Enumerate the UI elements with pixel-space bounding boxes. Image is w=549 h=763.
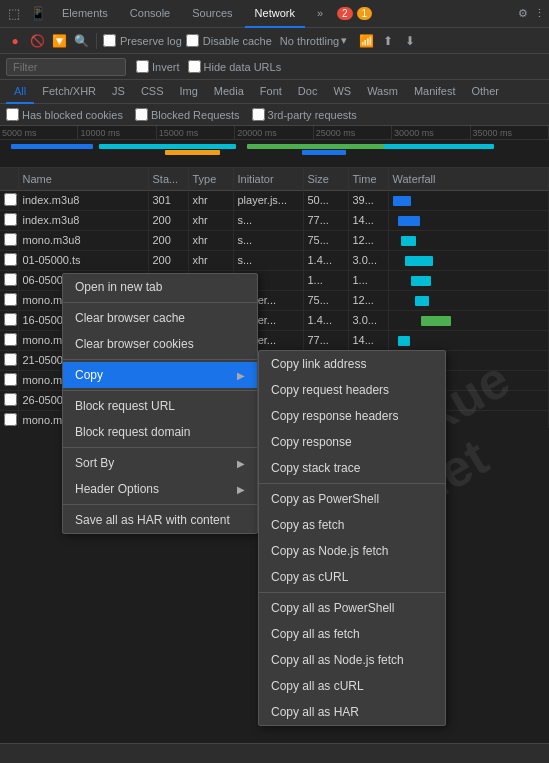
sub-menu-item-copy-all-curl[interactable]: Copy all as cURL [259, 673, 445, 699]
type-tab-other[interactable]: Other [463, 80, 507, 104]
tab-console[interactable]: Console [120, 0, 180, 28]
blocked-requests-label[interactable]: Blocked Requests [135, 108, 240, 121]
has-blocked-cookies-checkbox[interactable] [6, 108, 19, 121]
type-tab-ws[interactable]: WS [325, 80, 359, 104]
row-checkbox[interactable] [4, 373, 17, 386]
export-icon[interactable]: ⬇ [401, 32, 419, 50]
filter-icon[interactable]: 🔽 [50, 32, 68, 50]
sub-menu-item-copy-all-fetch[interactable]: Copy all as fetch [259, 621, 445, 647]
sub-menu-item-copy-fetch[interactable]: Copy as fetch [259, 512, 445, 538]
table-row[interactable]: index.m3u8 301 xhr player.js... 50... 39… [0, 190, 549, 210]
row-checkbox[interactable] [4, 233, 17, 246]
settings-icon[interactable]: ⚙ [518, 7, 528, 20]
type-tab-media[interactable]: Media [206, 80, 252, 104]
sub-menu-item-copy-node-fetch[interactable]: Copy as Node.js fetch [259, 538, 445, 564]
online-icon[interactable]: 📶 [357, 32, 375, 50]
col-waterfall-header[interactable]: Waterfall [388, 168, 549, 190]
row-checkbox-cell[interactable] [0, 190, 18, 210]
row-checkbox-cell[interactable] [0, 310, 18, 330]
row-checkbox-cell[interactable] [0, 290, 18, 310]
context-menu-item-clear-cache[interactable]: Clear browser cache [63, 305, 257, 331]
col-time-header[interactable]: Time [348, 168, 388, 190]
row-checkbox[interactable] [4, 293, 17, 306]
invert-checkbox[interactable] [136, 60, 149, 73]
search-icon[interactable]: 🔍 [72, 32, 90, 50]
invert-label[interactable]: Invert [136, 60, 180, 73]
context-menu-item-block-url[interactable]: Block request URL [63, 393, 257, 419]
col-initiator-header[interactable]: Initiator [233, 168, 303, 190]
row-checkbox[interactable] [4, 193, 17, 206]
disable-cache-label[interactable]: Disable cache [186, 34, 272, 47]
row-checkbox[interactable] [4, 273, 17, 286]
preserve-log-checkbox[interactable] [103, 34, 116, 47]
sub-menu-item-copy-ps[interactable]: Copy as PowerShell [259, 486, 445, 512]
context-menu-item-clear-cookies[interactable]: Clear browser cookies [63, 331, 257, 357]
table-row[interactable]: 01-05000.ts 200 xhr s... 1.4... 3.0... [0, 250, 549, 270]
type-tab-doc[interactable]: Doc [290, 80, 326, 104]
col-type-header[interactable]: Type [188, 168, 233, 190]
sub-menu-item-copy-req-headers[interactable]: Copy request headers [259, 377, 445, 403]
col-name-header[interactable]: Name [18, 168, 148, 190]
row-checkbox[interactable] [4, 213, 17, 226]
blocked-requests-checkbox[interactable] [135, 108, 148, 121]
tab-elements[interactable]: Elements [52, 0, 118, 28]
filter-input[interactable] [6, 58, 126, 76]
throttle-button[interactable]: No throttling ▾ [276, 32, 351, 49]
sub-menu-item-copy-curl[interactable]: Copy as cURL [259, 564, 445, 590]
sub-menu-item-copy-response[interactable]: Copy response [259, 429, 445, 455]
row-checkbox[interactable] [4, 313, 17, 326]
tab-more[interactable]: » [307, 0, 333, 28]
type-tab-css[interactable]: CSS [133, 80, 172, 104]
row-checkbox[interactable] [4, 353, 17, 366]
row-checkbox-cell[interactable] [0, 390, 18, 410]
type-tab-manifest[interactable]: Manifest [406, 80, 464, 104]
has-blocked-cookies-label[interactable]: Has blocked cookies [6, 108, 123, 121]
context-menu-item-save-har[interactable]: Save all as HAR with content [63, 507, 257, 533]
context-menu-item-open-new-tab[interactable]: Open in new tab [63, 274, 257, 300]
more-menu-icon[interactable]: ⋮ [534, 7, 545, 20]
sub-menu-item-copy-resp-headers[interactable]: Copy response headers [259, 403, 445, 429]
col-checkbox[interactable] [0, 168, 18, 190]
preserve-log-label[interactable]: Preserve log [103, 34, 182, 47]
col-status-header[interactable]: Sta... [148, 168, 188, 190]
tab-network[interactable]: Network [245, 0, 305, 28]
row-checkbox-cell[interactable] [0, 350, 18, 370]
type-tab-wasm[interactable]: Wasm [359, 80, 406, 104]
sub-menu-item-copy-all-node-fetch[interactable]: Copy all as Node.js fetch [259, 647, 445, 673]
mobile-icon[interactable]: 📱 [26, 6, 50, 21]
sub-menu-item-copy-link[interactable]: Copy link address [259, 351, 445, 377]
type-tab-fetch-xhr[interactable]: Fetch/XHR [34, 80, 104, 104]
hide-data-urls-label[interactable]: Hide data URLs [188, 60, 282, 73]
row-checkbox-cell[interactable] [0, 250, 18, 270]
type-tab-img[interactable]: Img [172, 80, 206, 104]
type-tab-font[interactable]: Font [252, 80, 290, 104]
third-party-label[interactable]: 3rd-party requests [252, 108, 357, 121]
type-tab-all[interactable]: All [6, 80, 34, 104]
context-menu-item-header-options[interactable]: Header Options▶ [63, 476, 257, 502]
context-menu-item-copy[interactable]: Copy▶ [63, 362, 257, 388]
import-icon[interactable]: ⬆ [379, 32, 397, 50]
hide-data-urls-checkbox[interactable] [188, 60, 201, 73]
type-tab-js[interactable]: JS [104, 80, 133, 104]
row-checkbox-cell[interactable] [0, 370, 18, 390]
sub-menu-item-copy-all-har[interactable]: Copy all as HAR [259, 699, 445, 725]
row-checkbox-cell[interactable] [0, 270, 18, 290]
context-menu-item-block-domain[interactable]: Block request domain [63, 419, 257, 445]
third-party-checkbox[interactable] [252, 108, 265, 121]
row-checkbox[interactable] [4, 253, 17, 266]
col-size-header[interactable]: Size [303, 168, 348, 190]
context-menu-item-sort-by[interactable]: Sort By▶ [63, 450, 257, 476]
sub-menu-item-copy-all-ps[interactable]: Copy all as PowerShell [259, 595, 445, 621]
table-row[interactable]: mono.m3u8 200 xhr s... 75... 12... [0, 230, 549, 250]
row-checkbox-cell[interactable] [0, 230, 18, 250]
tab-sources[interactable]: Sources [182, 0, 242, 28]
disable-cache-checkbox[interactable] [186, 34, 199, 47]
clear-button[interactable]: 🚫 [28, 32, 46, 50]
row-checkbox-cell[interactable] [0, 410, 18, 428]
record-button[interactable]: ● [6, 32, 24, 50]
row-checkbox-cell[interactable] [0, 210, 18, 230]
inspect-icon[interactable]: ⬚ [4, 6, 24, 21]
row-checkbox[interactable] [4, 333, 17, 346]
row-checkbox[interactable] [4, 393, 17, 406]
row-checkbox[interactable] [4, 413, 17, 426]
